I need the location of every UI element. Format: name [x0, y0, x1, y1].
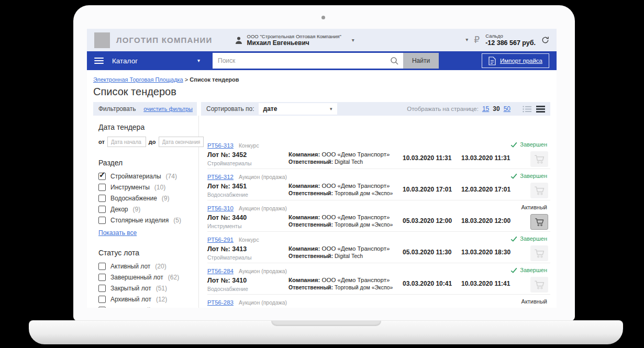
refresh-balance-button[interactable]	[541, 36, 549, 44]
lot-column: Лот №: 3413 Стройматериалы	[207, 245, 288, 261]
filter-checkbox-item[interactable]: Завершенный лот (62)	[98, 273, 192, 281]
checkbox[interactable]	[98, 296, 106, 303]
add-to-cart-button[interactable]	[530, 183, 548, 198]
catalog-menu[interactable]: Каталог ▾	[112, 57, 200, 65]
chevron-down-icon[interactable]: ▾	[465, 37, 468, 42]
date-to-label: до	[149, 139, 156, 145]
company-line: Компания: ООО «Демо Транспорт»	[288, 277, 403, 283]
checkbox[interactable]	[98, 184, 106, 191]
responsible-line: Ответственный: Digital Tech	[288, 253, 403, 259]
per-page-option-50[interactable]: 50	[504, 105, 510, 113]
category-filter-title: Раздел	[98, 159, 192, 167]
per-page-option-15[interactable]: 15	[482, 105, 489, 113]
sort-value: дате	[263, 105, 277, 113]
checkbox[interactable]	[98, 217, 106, 224]
add-to-cart-button[interactable]	[530, 151, 548, 167]
user-company: ООО "Строительная Оптовая Компания"	[247, 33, 341, 39]
tender-category: Инструменты	[207, 223, 288, 229]
clear-filters-link[interactable]: очистить фильтры	[143, 106, 193, 112]
checkbox[interactable]	[98, 274, 106, 281]
filter-label: Завершенный лот	[110, 274, 163, 281]
tender-id-link[interactable]: РТ56-312	[207, 174, 234, 180]
checkbox[interactable]	[98, 195, 106, 202]
category-filter-section: Раздел ✓ Стройматериалы (74) Инструменты…	[98, 159, 192, 237]
list-view-icon[interactable]	[523, 106, 531, 113]
checkbox[interactable]	[98, 307, 106, 308]
tender-row: РТ56-312 Аукцион (продажа) Завершен Лот …	[207, 169, 550, 200]
filter-label: Столярные изделия	[110, 217, 169, 224]
show-all-link[interactable]: Показать все	[98, 229, 137, 237]
per-page-label: Отображать на странице:	[407, 106, 479, 112]
tender-id-link[interactable]: РТ56-284	[207, 268, 234, 274]
tender-date-start: 05.03.2020 11:30	[403, 245, 461, 261]
add-to-cart-button[interactable]	[530, 277, 548, 293]
filter-count: (12)	[156, 296, 167, 303]
search-icon-button[interactable]	[385, 53, 403, 69]
lot-number: Лот №: 3440	[207, 214, 288, 221]
laptop-base-notch	[271, 321, 381, 326]
catalog-label: Каталог	[112, 57, 138, 65]
lot-number: Лот №: 3410	[207, 277, 288, 284]
filter-checkbox-item[interactable]: Инструменты (10)	[98, 183, 192, 191]
filter-checkbox-item[interactable]: Столярные изделия (5)	[98, 216, 192, 224]
logo-text: ЛОГОТИП КОМПАНИИ	[116, 36, 213, 44]
webcam-dot	[321, 16, 325, 19]
checkbox[interactable]: ✓	[98, 173, 106, 180]
date-to-input[interactable]	[159, 137, 204, 147]
tender-type: Аукцион (продажа)	[239, 205, 287, 211]
user-info: ООО "Строительная Оптовая Компания" Миха…	[247, 33, 341, 47]
date-from-input[interactable]	[107, 137, 146, 147]
tender-id-link[interactable]: РТ56-310	[207, 205, 234, 211]
company-column: Компания: ООО «Демо Транспорт» Ответстве…	[288, 245, 403, 261]
menu-icon[interactable]	[94, 58, 104, 64]
per-page-option-30-current[interactable]: 30	[493, 105, 499, 113]
filter-checkbox-item[interactable]: Закрытый лот (51)	[98, 284, 192, 292]
tender-type: Аукцион (продажа)	[239, 268, 287, 274]
tender-type: Аукцион (продажа)	[239, 174, 287, 180]
filter-toolbar: Фильтровать очистить фильтры	[93, 102, 197, 116]
search-submit-button[interactable]: Найти	[403, 53, 439, 69]
sort-select[interactable]: дате ▾	[259, 103, 337, 115]
tender-row-header: РТ56-291 Конкурс Завершен	[207, 237, 550, 243]
filter-checkbox-item[interactable]: Декор (9)	[98, 205, 192, 213]
dense-view-icon[interactable]	[536, 106, 545, 113]
search-bar: Найти	[213, 53, 439, 69]
checkbox[interactable]	[98, 206, 106, 213]
import-price-button[interactable]: Импорт прайса	[482, 53, 549, 68]
checkbox[interactable]	[98, 285, 106, 292]
laptop-bezel: ЛОГОТИП КОМПАНИИ ООО "Строительная Оптов…	[73, 5, 575, 321]
checkbox[interactable]	[98, 263, 106, 270]
search-input[interactable]	[213, 53, 385, 69]
tender-date-end: 10.03.2020 11:41	[461, 277, 520, 293]
status-badge: Активный	[521, 298, 547, 305]
filter-checkbox-item[interactable]: Активный лот (20)	[98, 262, 192, 270]
date-from-label: от	[98, 139, 105, 145]
user-menu[interactable]: ООО "Строительная Оптовая Компания" Миха…	[235, 33, 354, 47]
tender-row-header: РТ56-312 Аукцион (продажа) Завершен	[207, 174, 550, 180]
tender-date-end: 18.03.2020 12:00	[461, 214, 520, 230]
balance-label: Сальдо	[485, 33, 536, 39]
filter-label: Стройматериалы	[110, 173, 161, 180]
responsible-line: Ответственный: Торговый дом «Экспо»	[288, 221, 403, 228]
tender-category: Стройматериалы	[207, 254, 288, 261]
add-to-cart-button[interactable]	[530, 214, 548, 230]
add-to-cart-button[interactable]	[530, 245, 548, 261]
tender-id-link[interactable]: РТ56-291	[207, 237, 234, 243]
tender-date-start: 10.03.2020 11:31	[403, 151, 461, 167]
status-badge: Завершен	[510, 235, 547, 242]
tender-row-body: Лот №: 3440 Инструменты Компания: ООО «Д…	[207, 214, 550, 230]
tender-id-link[interactable]: РТ56-283	[207, 299, 234, 306]
tender-row: РТ56-310 Аукцион (продажа) Активный Лот …	[207, 200, 550, 232]
status-text: Завершен	[520, 173, 547, 179]
tender-category: Стройматериалы	[207, 160, 288, 166]
company-column: Компания: ООО «Демо Транспорт» Ответстве…	[288, 214, 403, 230]
cart-icon	[534, 217, 545, 228]
filter-checkbox-item[interactable]: Архивный лот (12)	[98, 295, 192, 303]
breadcrumb-root-link[interactable]: Электронная Торговая Площадка	[93, 76, 183, 83]
filter-checkbox-item[interactable]: ✓ Стройматериалы (74)	[98, 172, 192, 180]
tender-id-link[interactable]: РТ56-313	[207, 142, 234, 149]
filter-checkbox-item[interactable]: Сохраненный лот (3)	[98, 306, 192, 308]
filter-checkbox-item[interactable]: Водоснабжение (9)	[98, 194, 192, 202]
logo-placeholder-icon	[94, 32, 110, 48]
status-filter-title: Статус лота	[98, 249, 192, 257]
